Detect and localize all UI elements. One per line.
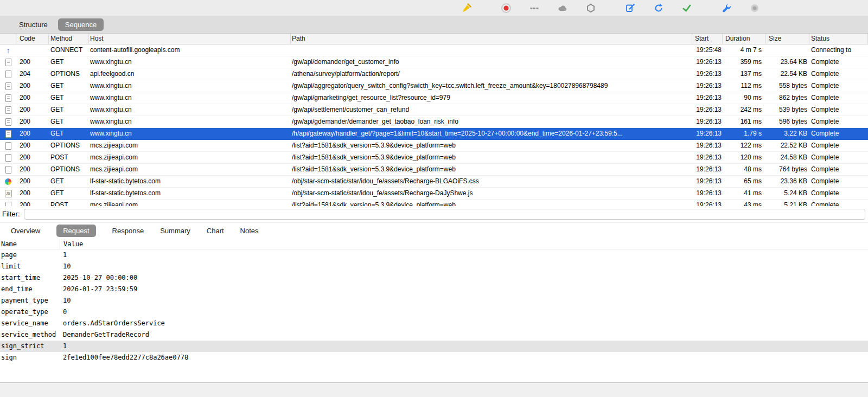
column-header-size[interactable]: Size [766,34,809,44]
param-row[interactable]: service_nameorders.AdStarOrdersService [0,318,868,329]
cell-path: /gw/api/demander/get_customer_info [291,56,692,68]
repeat-icon[interactable] [653,3,664,14]
validate-check-icon[interactable] [681,3,692,14]
request-row[interactable]: 200GETwww.xingtu.cn/gw/api/aggregator/qu… [0,80,868,92]
cell-size: 5.24 KB [766,188,809,199]
cell-path: /h/api/gateway/handler_get/?page=1&limit… [291,128,692,139]
cell-code [16,44,49,56]
row-icon-cell: JS [0,188,16,199]
tab-notes[interactable]: Notes [240,227,259,235]
column-header-duration[interactable]: Duration [723,34,766,44]
column-header-host[interactable]: Host [89,34,291,44]
doc-icon [5,154,11,162]
tab-overview[interactable]: Overview [11,227,40,235]
request-row[interactable]: 200POSTmcs.zijieapi.com/list?aid=1581&sd… [0,152,868,164]
param-row[interactable]: operate_type0 [0,306,868,318]
cell-path: /gw/api/settlement/customer_can_refund [291,104,692,116]
cell-duration: 41 ms [723,188,766,199]
request-row[interactable]: 200GETlf-star-static.bytetos.com/obj/sta… [0,176,868,188]
column-header-path[interactable]: Path [291,34,692,44]
cell-start: 19:26:13 [692,92,723,104]
doc-icon [5,166,11,174]
cell-method: GET [49,116,89,127]
request-row[interactable]: 200GETwww.xingtu.cn/gw/api/demander/get_… [0,56,868,68]
cell-duration: 359 ms [723,56,766,68]
param-value: DemanderGetTradeRecord [60,329,868,341]
cell-code: 200 [16,56,49,68]
compose-icon[interactable] [625,3,636,14]
cell-size: 558 bytes [766,80,809,92]
row-icon-cell [0,164,16,175]
settings-hexagon-icon[interactable] [585,3,596,14]
cell-path: /gw/api/aggregator/query_switch_config?s… [291,80,692,92]
status-footer [0,382,868,397]
column-header-code[interactable]: Code [16,34,49,44]
cell-host: www.xingtu.cn [89,56,291,68]
cell-start: 19:26:13 [692,56,723,68]
request-row[interactable]: 200GETwww.xingtu.cn/gw/api/gdemander/dem… [0,116,868,128]
cell-code: 200 [16,176,49,187]
param-row[interactable]: service_methodDemanderGetTradeRecord [0,329,868,341]
view-tab-bar: Structure Sequence [0,16,868,34]
cell-method: GET [49,128,89,139]
cell-size: 24.58 KB [766,152,809,163]
tab-request[interactable]: Request [56,225,95,237]
column-header-status[interactable]: Status [809,34,868,44]
param-row[interactable]: limit10 [0,261,868,272]
cell-code: 200 [16,152,49,163]
tab-structure[interactable]: Structure [12,18,55,31]
cell-code: 200 [16,200,49,206]
row-icon-cell [0,116,16,127]
param-row[interactable]: start_time2025-10-27 00:00:00 [0,272,868,284]
cell-path: /athena/survey/platform/action/report/ [291,68,692,80]
tools-wrench-icon[interactable] [721,3,732,14]
cell-duration: 112 ms [723,80,766,92]
request-row[interactable]: 200GETwww.xingtu.cn/h/api/gateway/handle… [0,128,868,140]
cell-start: 19:26:13 [692,116,723,127]
param-name: page [0,249,60,261]
clear-session-broom-icon[interactable] [461,3,472,14]
param-value: orders.AdStarOrdersService [60,318,868,329]
cell-method: POST [49,152,89,163]
cell-duration: 137 ms [723,68,766,80]
request-row[interactable]: 200GETwww.xingtu.cn/gw/api/gmarketing/ge… [0,92,868,104]
row-icon-cell [0,104,16,116]
request-row[interactable]: 200GETwww.xingtu.cn/gw/api/settlement/cu… [0,104,868,116]
cell-start: 19:26:13 [692,104,723,116]
record-icon[interactable] [501,3,512,14]
cell-duration: 161 ms [723,116,766,127]
cell-status: Complete [809,140,868,151]
column-header-start[interactable]: Start [692,34,723,44]
record-inactive-icon[interactable] [749,3,760,14]
request-row[interactable]: ↑CONNECTcontent-autofill.googleapis.com1… [0,44,868,56]
column-header-method[interactable]: Method [49,34,89,44]
filter-input[interactable] [24,209,866,220]
filter-label: Filter: [2,210,20,218]
param-row[interactable]: payment_type10 [0,295,868,306]
breakpoints-cloud-icon[interactable] [557,3,568,14]
cell-start: 19:26:13 [692,164,723,175]
throttle-icon[interactable] [529,3,540,14]
cell-method: GET [49,176,89,187]
params-column-value[interactable]: Value [60,239,868,249]
tab-response[interactable]: Response [112,227,144,235]
cell-size: 596 bytes [766,116,809,127]
request-row[interactable]: 200POSTmcs.zijieapi.com/list?aid=1581&sd… [0,200,868,206]
param-row[interactable]: sign_strict1 [0,341,868,352]
request-row[interactable]: 200OPTIONSmcs.zijieapi.com/list?aid=1581… [0,140,868,152]
request-row[interactable]: 204OPTIONSapi.feelgood.cn/athena/survey/… [0,68,868,80]
row-icon-cell [0,128,16,139]
param-row[interactable]: sign2fe1ed100fee78edd2277c8a26ae0778 [0,352,868,363]
request-row[interactable]: 200OPTIONSmcs.zijieapi.com/list?aid=1581… [0,164,868,176]
param-row[interactable]: page1 [0,249,868,261]
params-column-name[interactable]: Name [0,239,60,249]
cell-code: 200 [16,80,49,92]
cell-start: 19:26:13 [692,140,723,151]
cell-host: api.feelgood.cn [89,68,291,80]
tab-sequence[interactable]: Sequence [58,18,104,31]
cell-status: Complete [809,188,868,199]
request-row[interactable]: JS200GETlf-star-static.bytetos.com/obj/s… [0,188,868,200]
tab-chart[interactable]: Chart [207,227,224,235]
tab-summary[interactable]: Summary [160,227,190,235]
param-row[interactable]: end_time2026-01-27 23:59:59 [0,284,868,295]
